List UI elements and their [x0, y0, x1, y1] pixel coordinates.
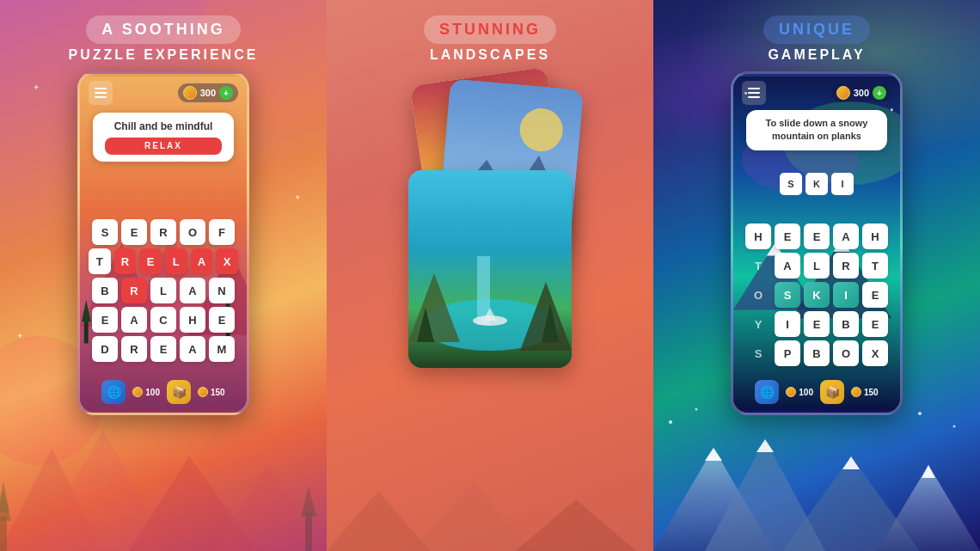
letter-cell[interactable]: E — [804, 223, 830, 249]
ski-letter-s: S — [780, 173, 802, 195]
letter-cell-red[interactable]: L — [165, 248, 187, 274]
svg-marker-45 — [842, 456, 860, 469]
menu-icon-3[interactable] — [742, 81, 766, 105]
letter-cell[interactable]: E — [92, 307, 118, 333]
landscape-cards — [395, 76, 585, 368]
letter-cell-red[interactable]: E — [139, 248, 162, 274]
letter-cell[interactable]: E — [150, 336, 176, 362]
panel-landscapes: STUNNING LANDSCAPES — [327, 0, 653, 551]
coins-bar: 300 + — [178, 83, 238, 102]
letter-cell-teal[interactable]: I — [833, 282, 859, 308]
letter-cell[interactable]: D — [92, 336, 118, 362]
letter-cell[interactable]: O — [180, 219, 205, 245]
letter-cell-v: O — [745, 282, 771, 308]
grid-row: T R E L A X — [89, 248, 238, 274]
plus-button[interactable]: + — [219, 86, 233, 100]
letter-cell[interactable]: H — [862, 223, 888, 249]
panel-gameplay: UNIQUE GAMEPLAY — [653, 0, 980, 551]
panel1-header: A SOOTHING PUZZLE EXPERIENCE — [0, 0, 327, 63]
letter-cell[interactable]: E — [862, 282, 888, 308]
letter-cell[interactable]: A — [121, 307, 147, 333]
svg-rect-13 — [84, 318, 89, 343]
phone3-topbar: 300 + — [733, 74, 900, 112]
globe-icon[interactable]: 🌐 — [101, 380, 126, 404]
menu-icon[interactable] — [89, 81, 113, 105]
box-icon[interactable]: 📦 — [167, 380, 191, 404]
letter-cell[interactable]: I — [775, 311, 800, 337]
powerup-coins-1: 100 — [132, 387, 160, 397]
letter-cell[interactable]: L — [804, 253, 830, 279]
letter-cell[interactable]: R — [121, 336, 147, 362]
grid-row-3-5: S P B O X — [742, 340, 891, 366]
letter-cell[interactable]: C — [150, 307, 176, 333]
letter-cell[interactable]: E — [804, 311, 830, 337]
powerup-box: 📦 — [167, 380, 191, 404]
powerup-coins-4: 150 — [851, 387, 879, 397]
letter-cell[interactable]: M — [209, 336, 235, 362]
letter-cell[interactable]: B — [804, 340, 830, 366]
grid-row-3-1: H E E A H — [742, 223, 891, 249]
letter-cell[interactable]: A — [180, 278, 205, 303]
landscape-card-front — [408, 170, 572, 368]
phone1-topbar: 300 + — [80, 74, 247, 112]
svg-point-48 — [695, 408, 698, 411]
powerup-globe: 🌐 — [101, 380, 126, 404]
box-icon-3[interactable]: 📦 — [820, 380, 844, 404]
answer-badge: RELAX — [105, 138, 222, 155]
svg-marker-43 — [705, 448, 722, 461]
letter-cell[interactable]: A — [833, 223, 859, 249]
letter-cell[interactable]: F — [209, 219, 235, 245]
coin-icon-3 — [836, 86, 850, 100]
letter-cell[interactable]: B — [833, 311, 859, 337]
clue-box-1: Chill and be mindful RELAX — [93, 113, 234, 162]
letter-cell[interactable]: P — [775, 340, 800, 366]
panel3-badge: UNIQUE — [763, 15, 870, 44]
star-decoration: ✦ — [33, 83, 40, 92]
letter-cell-red[interactable]: A — [191, 248, 213, 274]
letter-cell[interactable]: B — [92, 278, 118, 303]
svg-marker-6 — [0, 481, 9, 512]
letter-cell[interactable]: A — [180, 336, 205, 362]
star-decoration: ✦ — [294, 193, 301, 202]
plus-button-3[interactable]: + — [873, 86, 886, 100]
grid-row-3-4: Y I E B E — [742, 311, 891, 337]
letter-cell-red[interactable]: R — [114, 248, 137, 274]
letter-cell[interactable]: H — [180, 307, 205, 333]
letter-cell[interactable]: R — [121, 278, 147, 303]
letter-cell[interactable]: O — [833, 340, 859, 366]
letter-cell-red[interactable]: X — [216, 248, 238, 274]
letter-cell[interactable]: E — [209, 307, 235, 333]
grid-row: B R L A N — [89, 278, 238, 303]
ski-word-display: S K I — [733, 173, 900, 195]
letter-cell[interactable]: L — [150, 278, 176, 303]
letter-cell[interactable]: E — [775, 223, 800, 249]
coins-bar-3: 300 + — [831, 83, 891, 102]
letter-cell[interactable]: H — [745, 223, 771, 249]
letter-cell[interactable]: A — [775, 253, 800, 279]
letter-cell[interactable]: X — [862, 340, 888, 366]
ski-letter-i: I — [831, 173, 854, 195]
letter-cell[interactable]: E — [121, 219, 147, 245]
panel-soothing: ✦ ✦ ✦ A SOOTHING PUZZLE EXPERIENCE — [0, 0, 327, 551]
letter-cell[interactable]: S — [92, 219, 118, 245]
clue-box-3: To slide down a snowy mountain on planks — [746, 110, 887, 150]
letter-cell-teal[interactable]: S — [775, 282, 800, 308]
powerup-box-3: 📦 — [820, 380, 844, 404]
letter-cell[interactable]: T — [862, 253, 888, 279]
letter-cell[interactable]: E — [862, 311, 888, 337]
coin-icon-small — [198, 387, 208, 397]
letter-grid-3: H E E A H T A L R T O S K I E — [742, 223, 891, 370]
letter-cell-teal[interactable]: K — [804, 282, 830, 308]
panel2-header: STUNNING LANDSCAPES — [327, 0, 653, 63]
letter-cell[interactable]: R — [150, 219, 176, 245]
svg-rect-4 — [0, 517, 7, 551]
phone3-bottom: 🌐 100 📦 150 — [742, 380, 891, 404]
grid-row: D R E A M — [89, 336, 238, 362]
globe-icon-3[interactable]: 🌐 — [755, 380, 779, 404]
letter-cell[interactable]: N — [209, 278, 235, 303]
letter-cell[interactable]: R — [833, 253, 859, 279]
letter-cell-v: Y — [745, 311, 771, 337]
powerup-coins-3: 100 — [786, 387, 813, 397]
powerup-globe-3: 🌐 — [755, 380, 779, 404]
letter-cell[interactable]: T — [89, 248, 111, 274]
